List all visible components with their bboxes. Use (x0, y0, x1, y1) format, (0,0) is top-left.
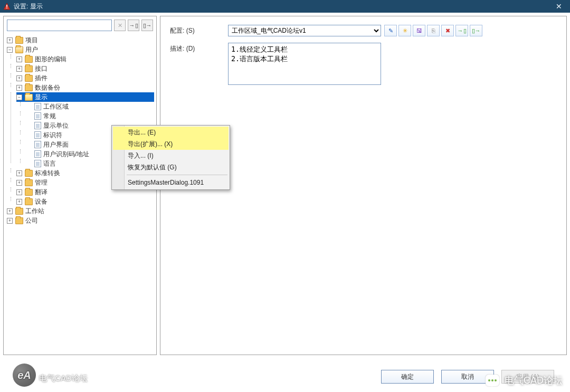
tree-label: 数据备份 (34, 83, 61, 92)
folder-icon (25, 94, 33, 101)
expand-toggle[interactable]: + (16, 56, 22, 62)
svg-rect-2 (6, 7, 7, 8)
page-icon (34, 122, 41, 129)
delete-icon[interactable]: ✖ (441, 25, 454, 36)
export-settings-button[interactable]: ▯→ (141, 20, 153, 31)
tree-folder[interactable]: +设备 (16, 197, 154, 206)
context-menu-item[interactable]: 导出... (E) (113, 127, 229, 138)
folder-icon (15, 46, 23, 53)
svg-rect-1 (6, 5, 7, 7)
expand-toggle[interactable]: + (7, 37, 13, 43)
folder-icon (15, 217, 23, 224)
page-icon (34, 160, 41, 167)
context-menu-item[interactable]: 恢复为默认值 (G) (113, 161, 229, 173)
folder-icon (25, 56, 33, 63)
tree-label: 设备 (34, 197, 49, 206)
page-icon (34, 131, 41, 139)
description-label: 描述: (D) (170, 43, 228, 53)
import-settings-button[interactable]: →▯ (128, 20, 139, 31)
folder-icon (25, 75, 33, 82)
titlebar: 设置: 显示 ✕ (0, 0, 570, 13)
expand-toggle[interactable]: + (16, 75, 22, 81)
page-icon (34, 103, 41, 110)
tree-folder[interactable]: +接口 (16, 64, 154, 73)
cancel-button[interactable]: 取消 (441, 370, 494, 384)
page-icon (34, 112, 41, 120)
expand-toggle[interactable]: + (16, 180, 22, 186)
dialog-body: ✕ →▯ ▯→ +项目−用户+图形的编辑+接口+插件+数据备份−显示工作区域常规… (0, 13, 570, 358)
description-textarea[interactable] (228, 43, 381, 85)
expand-toggle[interactable]: + (16, 66, 22, 72)
expand-toggle[interactable]: − (7, 47, 13, 53)
tree-folder[interactable]: +数据备份 (16, 83, 154, 92)
tree-label: 常规 (43, 111, 57, 121)
expand-toggle[interactable]: + (7, 218, 13, 224)
folder-icon (25, 84, 33, 91)
folder-icon (25, 179, 33, 186)
context-menu-item[interactable]: 导入... (I) (113, 150, 229, 161)
config-select[interactable]: 工作区域_电气CAD论坛v1 (228, 25, 381, 36)
save-icon[interactable]: 🖫 (413, 25, 425, 36)
tree-label: 用户识别码/地址 (43, 149, 90, 159)
tree-label: 接口 (34, 64, 49, 73)
tree-label: 显示单位 (43, 121, 70, 130)
tree-label: 公司 (25, 216, 39, 225)
tree-label: 项目 (25, 35, 39, 45)
config-row: 配置: (S) 工作区域_电气CAD论坛v1 ✎ ✳ 🖫 ⎘ ✖ →▯ ▯→ (170, 25, 557, 36)
folder-icon (25, 65, 33, 72)
config-toolbar: ✎ ✳ 🖫 ⎘ ✖ →▯ ▯→ (384, 25, 482, 36)
expand-toggle[interactable]: + (16, 170, 22, 176)
export-icon[interactable]: ▯→ (470, 25, 482, 36)
tree-folder[interactable]: +图形的编辑 (16, 54, 154, 64)
folder-icon (15, 208, 23, 215)
tree-folder[interactable]: +工作站 (7, 206, 154, 216)
tree-label: 图形的编辑 (34, 54, 68, 64)
tree-folder[interactable]: −显示 (16, 92, 154, 102)
settings-tree[interactable]: +项目−用户+图形的编辑+接口+插件+数据备份−显示工作区域常规显示单位标识符用… (4, 34, 156, 355)
search-input[interactable] (7, 20, 112, 31)
tree-folder[interactable]: −用户 (7, 45, 154, 54)
close-button[interactable]: ✕ (548, 0, 570, 13)
context-menu-separator (127, 175, 227, 175)
expand-toggle[interactable]: + (7, 208, 13, 214)
tree-label: 用户界面 (43, 140, 70, 149)
context-menu[interactable]: 导出... (E)导出(扩展)... (X)导入... (I)恢复为默认值 (G… (111, 125, 230, 190)
expand-toggle[interactable]: + (16, 189, 22, 195)
tree-label: 标识符 (43, 130, 63, 140)
tree-label: 标准转换 (34, 168, 61, 178)
tree-item[interactable]: 常规 (26, 111, 154, 121)
folder-icon (25, 189, 33, 196)
edit-icon[interactable]: ✎ (384, 25, 397, 36)
new-icon[interactable]: ✳ (398, 25, 411, 36)
tree-label: 显示 (34, 92, 49, 102)
clear-search-button[interactable]: ✕ (114, 20, 126, 31)
apply-button[interactable]: 应用 (A) (501, 370, 554, 384)
dialog-footer: 确定 取消 应用 (A) (0, 361, 570, 392)
tree-label: 翻译 (34, 187, 49, 197)
tree-folder[interactable]: +项目 (7, 35, 154, 45)
expand-toggle[interactable]: + (16, 199, 22, 205)
context-menu-item[interactable]: SettingsMasterDialog.1091 (113, 177, 229, 188)
app-icon (3, 3, 11, 10)
tree-label: 用户 (25, 45, 39, 54)
tree-label: 插件 (34, 73, 49, 83)
folder-icon (25, 198, 33, 205)
expand-toggle[interactable]: − (16, 94, 22, 100)
expand-toggle[interactable]: + (16, 85, 22, 91)
context-menu-item[interactable]: 导出(扩展)... (X) (113, 138, 229, 150)
tree-label: 工作站 (25, 206, 45, 216)
tree-folder[interactable]: +插件 (16, 73, 154, 83)
page-icon (34, 150, 41, 158)
config-label: 配置: (S) (170, 25, 228, 35)
tree-label: 语言 (43, 159, 57, 168)
search-row: ✕ →▯ ▯→ (4, 16, 156, 34)
ok-button[interactable]: 确定 (381, 370, 434, 384)
folder-icon (25, 170, 33, 177)
tree-label: 工作区域 (43, 102, 70, 111)
description-row: 描述: (D) (170, 43, 557, 85)
copy-icon[interactable]: ⎘ (427, 25, 440, 36)
import-icon[interactable]: →▯ (455, 25, 468, 36)
tree-folder[interactable]: +公司 (7, 216, 154, 225)
tree-label: 管理 (34, 178, 49, 187)
tree-item[interactable]: 工作区域 (26, 102, 154, 111)
